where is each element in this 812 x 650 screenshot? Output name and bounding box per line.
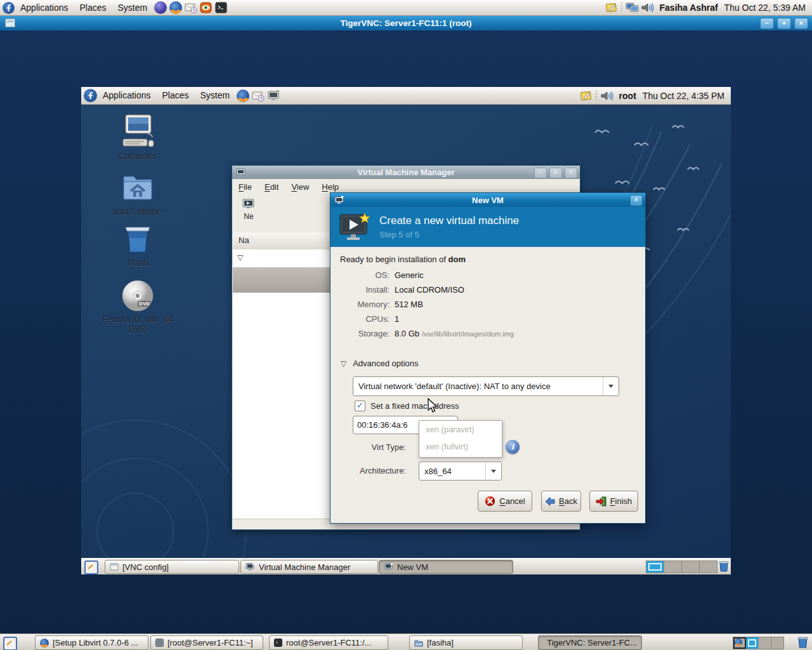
taskbar-item-vnc-config[interactable]: [VNC config] [105,560,239,574]
network-select[interactable]: Virtual network 'default' (Inactive): NA… [353,376,619,396]
volume-tray-icon[interactable] [641,1,653,14]
desktop-icon-label: Trash [126,258,148,268]
workspace-3[interactable] [682,561,700,573]
virt-type-label: Virt Type: [340,442,406,452]
back-button[interactable]: Back [541,491,581,512]
vmm-menu-edit[interactable]: Edit [258,179,285,195]
taskbar-item-vmm[interactable]: Virtual Machine Manager [240,560,378,574]
desktop-icon-home[interactable]: root's Home [98,171,177,216]
desktop-icon-fedora-dvd[interactable]: DVD Fedora 11 x86_64 DVD [98,279,177,335]
host-clock[interactable]: Thu Oct 22, 5:39 AM [724,3,806,13]
host-taskbar-item-tigervnc[interactable]: TigerVNC: Server1-FC... [538,635,642,650]
expander-icon[interactable]: ▽ [237,253,243,262]
desktop-icon-trash[interactable]: Trash [98,222,177,268]
remote-notes-tray-icon[interactable] [580,90,593,102]
taskbar-item-new-vm[interactable]: New VM [379,560,513,574]
notes-tray-icon[interactable] [605,1,618,14]
maximize-button[interactable]: + [777,18,791,29]
vmm-minimize-button[interactable]: − [534,168,547,178]
browser-eye-launcher-icon[interactable] [200,1,213,14]
host-menu-system[interactable]: System [112,1,154,15]
host-taskbar-item-setup-libvirt[interactable]: [Setup Libvirt 0.7.0-6 ... [35,635,148,650]
info-icon[interactable]: i [506,440,520,454]
ready-text: Ready to begin installation of dom [340,255,466,264]
remote-clock[interactable]: Thu Oct 22, 4:35 PM [643,91,724,101]
computer-icon [119,114,156,149]
new-vm-window-title: New VM [331,196,645,205]
vmm-toolbar-new-label: Ne [236,212,261,221]
vmm-titlebar[interactable]: Virtual Machine Manager − + × [232,166,580,179]
trash-applet-icon[interactable] [718,560,730,574]
host-workspace-4[interactable] [771,637,783,649]
architecture-select[interactable]: x86_64 [419,461,502,481]
host-show-desktop-icon[interactable] [3,637,17,650]
vmm-maximize-button[interactable]: + [549,168,562,178]
remote-email-launcher-icon[interactable] [252,90,265,102]
architecture-label: Architecture: [340,466,406,475]
remote-menu-applications[interactable]: Applications [97,88,157,103]
window-icon [110,563,119,571]
host-menu-applications[interactable]: Applications [15,1,74,15]
remote-menu-system[interactable]: System [195,88,236,103]
terminal-icon [155,639,164,647]
host-workspace-1[interactable] [733,637,746,649]
host-workspace-2[interactable] [746,637,759,649]
host-taskbar-item-terminal-2[interactable]: root@Server1-FC11:/... [269,635,388,650]
workspace-1[interactable] [646,561,664,573]
remote-firefox-launcher-icon[interactable] [237,90,249,102]
fixed-mac-checkbox-row[interactable]: ✓ Set a fixed mac address [355,401,459,411]
remote-vm-monitor-launcher-icon[interactable] [267,90,280,102]
workspace-2[interactable] [664,561,682,573]
workspace-4[interactable] [700,561,717,573]
dvd-disc-icon [119,279,156,314]
fixed-mac-checkbox-label: Set a fixed mac address [370,401,459,411]
eclipse-launcher-icon[interactable] [154,1,167,14]
close-button[interactable]: × [794,18,808,29]
desktop-icon-computer[interactable]: Computer [98,114,177,161]
terminal-launcher-icon[interactable] [215,1,228,14]
fixed-mac-checkbox[interactable]: ✓ [355,401,365,411]
host-taskbar-item-terminal-1[interactable]: [root@Server1-FC11:~] [150,635,263,650]
dialog-heading: Create a new virtual machine [379,215,519,227]
network-monitors-tray-icon[interactable] [625,1,638,14]
remote-fedora-logo-icon[interactable] [84,89,97,102]
remote-volume-tray-icon[interactable] [600,90,613,102]
new-vm-titlebar[interactable]: New VM × [331,193,645,207]
storage-path: /var/lib/libvirt/images/dom.img [422,330,514,338]
remote-user-name[interactable]: root [619,91,636,101]
vmm-toolbar-new-button[interactable]: Ne [236,199,261,221]
host-taskbar-item-fasiha-folder[interactable]: [fasiha] [409,635,523,650]
host-menu-places[interactable]: Places [74,1,112,15]
tigervnc-window-titlebar[interactable]: TigerVNC: Server1-FC11:1 (root) − + × [0,15,812,30]
dialog-step-indicator: Step 5 of 5 [379,230,519,239]
architecture-value: x86_64 [419,467,485,476]
virt-type-option-fullvirt[interactable]: xen (fullvirt) [419,438,502,455]
host-workspace-3[interactable] [759,637,771,649]
virt-type-option-paravirt[interactable]: xen (paravirt) [419,421,502,438]
firefox-icon [40,639,49,647]
network-select-value: Virtual network 'default' (Inactive): NA… [353,381,603,391]
email-launcher-icon[interactable] [185,1,197,14]
cancel-icon [485,496,495,507]
vmm-menu-view[interactable]: View [285,179,315,195]
show-desktop-icon[interactable] [84,560,98,574]
host-trash-applet-icon[interactable] [797,635,809,650]
expander-icon: ▽ [341,359,346,368]
host-workspace-switcher [733,637,784,649]
finish-button[interactable]: Finish [589,491,638,512]
minimize-button[interactable]: − [760,18,774,29]
advanced-options-expander[interactable]: ▽ Advanced options [341,359,419,368]
cancel-button[interactable]: Cancel [478,491,532,512]
remote-menu-places[interactable]: Places [157,88,195,103]
host-taskbar: [Setup Libvirt 0.7.0-6 ... [root@Server1… [0,633,812,650]
desktop-icon-label: Computer [118,151,157,161]
vmm-name-column-header[interactable]: Na [239,235,249,245]
fedora-logo-icon[interactable] [3,2,15,14]
host-user-name[interactable]: Fasiha Ashraf [660,3,718,13]
new-vm-close-button[interactable]: × [630,195,643,206]
vmm-menu-file[interactable]: File [232,179,258,195]
vmm-close-button[interactable]: × [565,168,577,178]
firefox-launcher-icon[interactable] [169,1,182,14]
firefox-mini-icon [735,639,742,646]
trash-icon [121,222,155,256]
